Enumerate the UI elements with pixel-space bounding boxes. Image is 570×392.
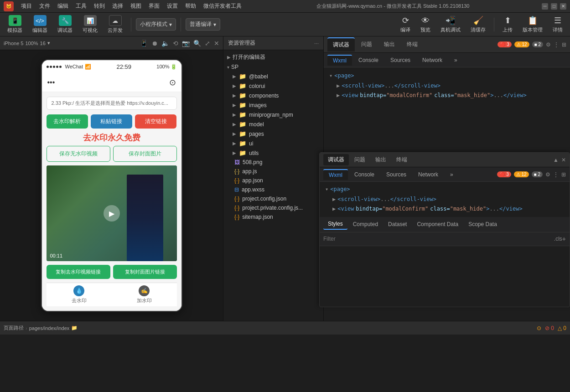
inspector-tab-scope-data[interactable]: Scope Data	[464, 219, 502, 229]
folder-ui[interactable]: ▶ 📁 ui	[223, 139, 323, 148]
search-icon[interactable]: 🔍	[193, 40, 201, 47]
file-appjs[interactable]: {·} app.js	[223, 167, 323, 176]
folder-images[interactable]: ▶ 📁 images	[223, 100, 323, 110]
view-collapse-arrow[interactable]: ▶	[337, 91, 340, 101]
menu-file[interactable]: 文件	[36, 1, 53, 11]
lower-scroll-arrow[interactable]: ▶	[332, 195, 336, 205]
sub-tab-more[interactable]: »	[449, 55, 463, 65]
file-appwxss[interactable]: ⊟ app.wxss	[223, 185, 323, 194]
lower-dock-icon[interactable]: ⊞	[561, 171, 566, 178]
sub-tab-wxml[interactable]: Wxml	[327, 55, 352, 66]
upload-button[interactable]: ⬆ 上传	[499, 14, 516, 35]
inspector-tab-styles[interactable]: Styles	[323, 219, 347, 230]
menu-interface[interactable]: 界面	[146, 1, 162, 11]
maximize-button[interactable]: □	[551, 3, 557, 10]
version-manage-button[interactable]: 📋 版本管理	[519, 14, 546, 35]
settings-icon[interactable]: ⚙	[546, 41, 551, 48]
paste-link-btn[interactable]: 粘贴链接	[91, 114, 132, 129]
page-collapse-arrow[interactable]: ▾	[329, 71, 332, 81]
clear-cache-button[interactable]: 🧹 清缓存	[467, 14, 489, 35]
inspector-tab-computed[interactable]: Computed	[348, 219, 383, 229]
tab-problems[interactable]: 问题	[356, 38, 378, 51]
tab-add-watermark[interactable]: ✍ 加水印	[112, 283, 177, 306]
compile-button[interactable]: ⟳ 编译	[397, 14, 414, 35]
add-style-icon[interactable]: +	[562, 235, 566, 242]
lower-sub-tab-sources[interactable]: Sources	[381, 170, 412, 180]
minimize-button[interactable]: ─	[542, 3, 548, 10]
rotate-icon[interactable]: ⟲	[173, 40, 178, 47]
lower-view-arrow[interactable]: ▶	[332, 204, 336, 214]
tab-remove-watermark[interactable]: 💧 去水印	[47, 283, 112, 306]
open-editors-section[interactable]: ▶ 打开的编辑器	[223, 52, 323, 62]
debugger-button[interactable]: 🔧 调试器	[54, 13, 76, 36]
menu-goto[interactable]: 转到	[91, 1, 108, 11]
dock-icon[interactable]: ⊞	[562, 41, 566, 48]
menu-wechat-devtools[interactable]: 微信开发者工具	[201, 1, 244, 11]
audio-icon[interactable]: 🔈	[161, 40, 169, 47]
remove-watermark-btn[interactable]: 去水印解析	[47, 114, 88, 129]
close-icon[interactable]: ✕	[214, 40, 219, 47]
file-508png[interactable]: 🖼 508.png	[223, 158, 323, 167]
file-sitemap[interactable]: {·} sitemap.json	[223, 212, 323, 222]
save-cover-btn[interactable]: 保存封面图片	[113, 146, 177, 162]
folder-model[interactable]: ▶ 📁 model	[223, 119, 323, 129]
lower-settings-icon[interactable]: ⚙	[545, 171, 550, 178]
play-button[interactable]: ▶	[104, 205, 120, 222]
file-project-private[interactable]: {·} project.private.config.js...	[223, 203, 323, 212]
filter-input[interactable]	[323, 236, 550, 242]
file-appjson[interactable]: {·} app.json	[223, 176, 323, 185]
sub-tab-sources[interactable]: Sources	[385, 55, 416, 65]
folder-babel[interactable]: ▶ 📁 @babel	[223, 72, 323, 81]
sub-tab-network[interactable]: Network	[417, 55, 448, 65]
lower-sub-tab-console[interactable]: Console	[349, 170, 380, 180]
folder-colorui[interactable]: ▶ 📁 colorui	[223, 81, 323, 91]
lower-more-icon[interactable]: ⋮	[553, 171, 559, 178]
lower-tab-problems[interactable]: 问题	[350, 154, 370, 165]
menu-project[interactable]: 项目	[18, 1, 35, 11]
details-button[interactable]: ☰ 详情	[549, 14, 566, 35]
lower-sub-tab-wxml[interactable]: Wxml	[323, 169, 348, 180]
folder-utils[interactable]: ▶ 📁 utils	[223, 148, 323, 158]
real-debug-button[interactable]: 📲 真机调试	[437, 14, 464, 35]
inspector-tab-component-data[interactable]: Component Data	[412, 219, 463, 229]
mode-selector[interactable]: 小程序模式 ▾	[136, 18, 176, 31]
lower-sub-tab-more[interactable]: »	[445, 170, 459, 180]
lower-tab-terminal[interactable]: 终端	[392, 154, 412, 165]
lower-sub-tab-network[interactable]: Network	[413, 170, 444, 180]
file-project-config[interactable]: {·} project.config.json	[223, 194, 323, 203]
copy-video-btn[interactable]: 复制去水印视频链接	[47, 265, 110, 279]
menu-edit[interactable]: 编辑	[55, 1, 71, 11]
menu-help[interactable]: 帮助	[182, 1, 199, 11]
menu-view[interactable]: 视图	[128, 1, 144, 11]
video-player[interactable]: ▶ 00:11	[47, 165, 177, 261]
lower-tab-output[interactable]: 输出	[371, 154, 391, 165]
folder-miniprogram-npm[interactable]: ▶ 📁 miniprogram_npm	[223, 110, 323, 119]
preview-button[interactable]: 👁 预览	[417, 14, 434, 35]
clear-link-btn[interactable]: 清空链接	[135, 114, 176, 129]
menu-tools[interactable]: 工具	[73, 1, 89, 11]
lower-page-arrow[interactable]: ▾	[325, 185, 328, 195]
cloud-button[interactable]: ☁ 云开发	[104, 13, 126, 36]
close-button[interactable]: ✕	[560, 3, 566, 10]
visual-button[interactable]: 📊 可视化	[79, 13, 101, 36]
phone-icon[interactable]: 📱	[140, 40, 148, 47]
lower-tab-debugger[interactable]: 调试器	[323, 154, 349, 165]
copy-cover-btn[interactable]: 复制封面图片链接	[113, 265, 177, 279]
sub-tab-console[interactable]: Console	[353, 55, 384, 65]
inspector-tab-dataset[interactable]: Dataset	[383, 219, 411, 229]
compile-selector[interactable]: 普通编译 ▾	[186, 18, 220, 31]
simulator-button[interactable]: 📱 模拟器	[4, 13, 26, 36]
collapse-up-icon[interactable]: ▲	[553, 157, 559, 163]
tab-debugger[interactable]: 调试器	[327, 37, 355, 52]
menu-settings[interactable]: 设置	[164, 1, 181, 11]
save-video-btn[interactable]: 保存无水印视频	[47, 146, 110, 162]
tab-output[interactable]: 输出	[378, 38, 400, 51]
folder-components[interactable]: ▶ 📁 components	[223, 91, 323, 100]
root-folder[interactable]: ▾ SP	[223, 62, 323, 72]
editor-button[interactable]: </> 编辑器	[29, 13, 51, 36]
record-icon[interactable]: ⏺	[151, 40, 158, 47]
expand-icon[interactable]: ⤢	[205, 40, 210, 47]
tab-terminal[interactable]: 终端	[401, 38, 423, 51]
lower-close-icon[interactable]: ✕	[561, 157, 566, 163]
more-options-icon[interactable]: ⋮	[554, 41, 559, 48]
